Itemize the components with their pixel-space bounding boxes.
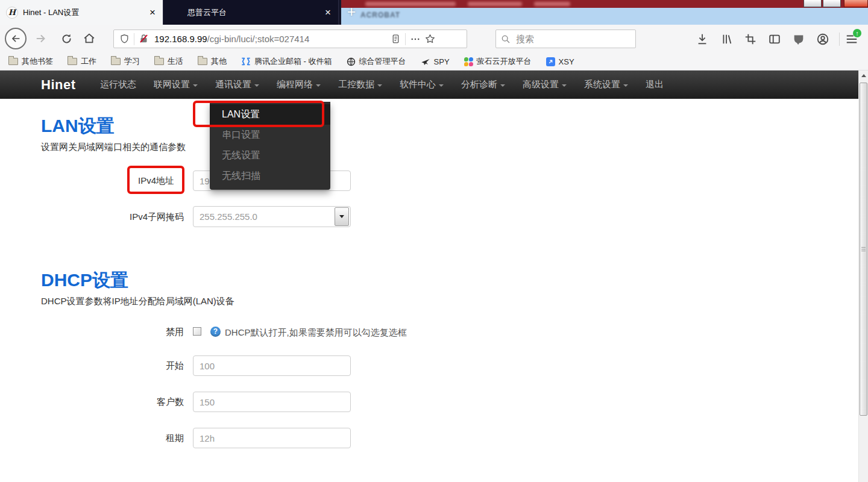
scrollbar-up-arrow[interactable] (859, 70, 868, 81)
folder-icon (8, 58, 18, 65)
scrollbar-thumb[interactable] (860, 83, 867, 416)
folder-icon (68, 58, 77, 65)
window-minimize-button[interactable] (804, 0, 822, 7)
address-bar[interactable]: 192.168.9.99/cgi-bin/luci/;stok=027414 (113, 30, 467, 48)
bookmark-star-icon[interactable] (421, 33, 441, 45)
nav-item-analysis-diagnosis[interactable]: 分析诊断 (461, 79, 505, 90)
screen: H Hinet - LAN设置 × 思普云平台 × ACROBAT + (0, 0, 868, 482)
back-button[interactable] (5, 28, 27, 49)
nav-item-logout[interactable]: 退出 (646, 79, 664, 90)
nav-item-running-status[interactable]: 运行状态 (100, 79, 136, 90)
bookmark-ezviz-open-platform[interactable]: 萤石云开放平台 (464, 56, 532, 67)
bookmarks-bar: 其他书签 工作 学习 生活 其他 腾讯企业邮箱 - 收件箱 综合管理平台 SPY (0, 53, 868, 70)
chevron-down-icon (193, 84, 198, 87)
dhcp-lease-input[interactable] (193, 428, 351, 448)
dhcp-disable-checkbox[interactable] (193, 327, 201, 336)
bookmark-tencent-mail[interactable]: 腾讯企业邮箱 - 收件箱 (241, 56, 332, 67)
tab-title: 思普云平台 (163, 7, 318, 18)
library-icon[interactable] (720, 33, 733, 46)
folder-icon (198, 58, 207, 65)
bookmark-folder-misc[interactable]: 其他 (198, 56, 227, 67)
lan-section-subtitle: 设置网关局域网端口相关的通信参数 (41, 142, 186, 153)
nav-item-communication-settings[interactable]: 通讯设置 (215, 79, 259, 90)
globe-icon (347, 57, 356, 66)
ipv4-netmask-select[interactable]: 255.255.255.0 (193, 206, 351, 227)
chevron-down-icon (623, 84, 628, 87)
update-badge-icon: ↑ (853, 29, 861, 37)
folder-icon (111, 58, 121, 65)
search-icon (501, 34, 511, 44)
browser-toolbar: 192.168.9.99/cgi-bin/luci/;stok=027414 (0, 25, 868, 53)
nav-item-system-settings[interactable]: 系统设置 (584, 79, 628, 90)
sidebar-toggle-icon[interactable] (768, 33, 781, 46)
search-bar[interactable] (495, 30, 636, 48)
search-input[interactable] (515, 33, 620, 45)
downloads-icon[interactable] (696, 33, 709, 46)
close-icon[interactable]: × (142, 7, 163, 17)
home-button[interactable] (78, 28, 100, 49)
pocket-icon[interactable] (792, 33, 805, 46)
reader-mode-icon[interactable] (391, 34, 401, 44)
background-window-titlebar (341, 0, 868, 8)
bookmark-xsy[interactable]: XSY (546, 57, 574, 66)
forward-button[interactable] (30, 28, 52, 49)
account-icon[interactable] (816, 33, 829, 46)
menu-item-serial-settings[interactable]: 串口设置 (210, 125, 330, 145)
scrollbar-grip (861, 247, 866, 252)
dhcp-disable-label: 禁用 (39, 326, 184, 338)
nav-items: 运行状态 联网设置 通讯设置 编程网络 工控数据 软件中心 分析诊断 高级设置 … (100, 79, 664, 90)
window-close-button[interactable] (844, 0, 868, 7)
bookmark-spy[interactable]: SPY (421, 57, 450, 66)
chevron-down-icon (339, 215, 344, 218)
dhcp-disable-hint: DHCP默认打开,如果需要禁用可以勾选复选框 (225, 327, 407, 339)
url-text[interactable]: 192.168.9.99/cgi-bin/luci/;stok=027414 (154, 34, 391, 44)
chevron-down-icon (377, 84, 382, 87)
close-icon[interactable]: × (318, 7, 338, 17)
help-icon[interactable]: ? (210, 327, 221, 337)
tracking-protection-shield-icon[interactable] (114, 34, 130, 44)
ezviz-dots-icon (464, 57, 473, 66)
dhcp-section-subtitle: DHCP设置参数将IP地址分配给局域网(LAN)设备 (41, 296, 234, 307)
select-dropdown-button[interactable] (335, 207, 349, 226)
blurred-title-text (468, 2, 522, 6)
arrow-square-icon (546, 57, 555, 66)
site-navbar: Hinet 运行状态 联网设置 通讯设置 编程网络 工控数据 软件中心 分析诊断… (0, 70, 858, 99)
tab-sipu-cloud[interactable]: 思普云平台 × (163, 0, 339, 25)
background-window-label: ACROBAT (360, 11, 400, 19)
new-tab-button[interactable]: + (344, 4, 359, 20)
window-maximize-button[interactable] (823, 0, 841, 7)
nav-item-programming-network[interactable]: 编程网络 (277, 79, 321, 90)
nav-item-software-center[interactable]: 软件中心 (400, 79, 444, 90)
dhcp-start-label: 开始 (39, 355, 184, 376)
dhcp-start-input[interactable] (193, 355, 351, 376)
bookmark-management-platform[interactable]: 综合管理平台 (347, 56, 406, 67)
background-window: ACROBAT (341, 0, 868, 25)
menu-item-wireless-settings[interactable]: 无线设置 (210, 145, 330, 166)
dhcp-lease-label: 租期 (39, 428, 184, 448)
nav-item-industrial-data[interactable]: 工控数据 (338, 79, 382, 90)
brand-logo[interactable]: Hinet (41, 77, 76, 93)
tab-hinet-lan[interactable]: H Hinet - LAN设置 × (0, 0, 163, 25)
bookmark-folder-life[interactable]: 生活 (154, 56, 183, 67)
insecure-lock-icon[interactable] (139, 34, 149, 44)
reload-button[interactable] (55, 28, 77, 49)
chevron-down-icon (500, 84, 505, 87)
bookmark-folder-study[interactable]: 学习 (111, 56, 140, 67)
dhcp-limit-input[interactable] (193, 392, 351, 412)
screenshot-icon[interactable] (744, 33, 757, 46)
chevron-down-icon (254, 84, 259, 87)
bookmark-folder-work[interactable]: 工作 (68, 56, 96, 67)
tencent-mail-icon (241, 57, 251, 66)
nav-item-network-settings[interactable]: 联网设置 (154, 79, 198, 90)
menu-hamburger-icon[interactable]: ↑ (845, 33, 858, 46)
divider (839, 33, 840, 46)
page-scrollbar[interactable] (858, 70, 868, 482)
hinet-favicon-icon: H (6, 7, 18, 19)
nav-item-advanced-settings[interactable]: 高级设置 (523, 79, 567, 90)
blurred-title-text (534, 2, 570, 6)
menu-item-wireless-scan[interactable]: 无线扫描 (210, 166, 330, 186)
tab-title: Hinet - LAN设置 (23, 7, 142, 18)
page-actions-icon[interactable] (410, 34, 421, 45)
spy-plane-icon (421, 57, 430, 66)
bookmark-folder-other-bookmarks[interactable]: 其他书签 (8, 56, 53, 67)
